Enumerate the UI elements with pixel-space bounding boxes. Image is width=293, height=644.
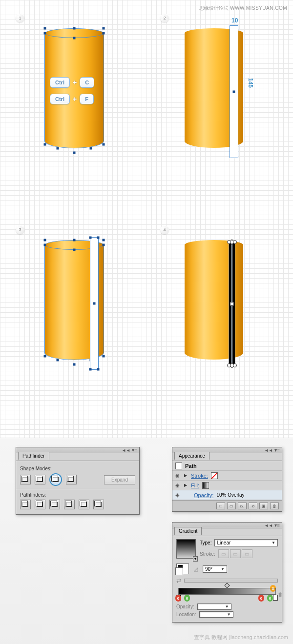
stop-badge-left2: 0 <box>184 595 190 602</box>
angle-icon: ◿ <box>194 566 198 572</box>
disclosure-icon[interactable]: ▶ <box>184 473 188 478</box>
gradient-tab[interactable]: Gradient <box>174 527 202 535</box>
tutorial-canvas: 思缘设计论坛 WWW.MISSYUAN.COM 1 Ctrl+C Ctrl+F … <box>0 0 293 438</box>
appearance-fill-row[interactable]: ◉ ▶ Fill: <box>172 481 282 490</box>
duplicate-button[interactable]: ▣ <box>259 503 268 509</box>
stroke-swatch[interactable] <box>211 472 218 479</box>
stop-badge-right2: 0 <box>267 595 273 602</box>
panel-menu-icon[interactable]: ▾≡ <box>274 523 280 528</box>
preview-menu-icon[interactable]: ▾ <box>193 556 198 562</box>
gradient-strip[interactable] <box>229 242 235 366</box>
dimension-height: 145 <box>247 78 254 88</box>
appearance-stroke-row[interactable]: ◉ ▶ Stroke: <box>172 471 282 481</box>
new-stroke-button[interactable]: ▭ <box>227 503 236 509</box>
panel-menu-icon[interactable]: ▾≡ <box>274 447 280 453</box>
appearance-opacity-row[interactable]: ◉ Opacity: 10% Overlay <box>172 490 282 500</box>
minus-back-button[interactable] <box>93 500 104 509</box>
expand-button[interactable]: Expand <box>104 475 135 484</box>
stop-badge-right: 0 <box>258 595 264 602</box>
stroke-across-button: ▭ <box>242 549 252 558</box>
appearance-panel[interactable]: ◄◄ ▾≡ Appearance Path ◉ ▶ Stroke: ◉ ▶ Fi… <box>172 447 282 512</box>
highlight-strip[interactable] <box>230 25 238 158</box>
reverse-gradient-button[interactable]: ⇄ <box>176 577 181 584</box>
watermark-top: 思缘设计论坛 WWW.MISSYUAN.COM <box>199 5 287 12</box>
gradient-preview[interactable] <box>176 539 196 559</box>
angle-input[interactable]: 90°▼ <box>203 565 227 573</box>
visibility-icon[interactable]: ◉ <box>175 473 181 478</box>
unite-button[interactable] <box>20 475 31 484</box>
delete-stop-button[interactable]: 🗑 <box>278 592 283 597</box>
stop-badge-left: 0 <box>175 595 181 602</box>
appearance-path-row[interactable]: Path <box>172 461 282 471</box>
fill-link[interactable]: Fill: <box>191 483 199 488</box>
thumbnail-swatch <box>175 463 182 469</box>
watermark-bottom: 查字典 教程网 jiaocheng.chazidian.com <box>194 634 288 641</box>
color-stop-right[interactable] <box>273 595 278 601</box>
shortcut-copy: Ctrl+C <box>50 77 94 88</box>
clear-button[interactable]: ⊘ <box>249 503 257 509</box>
opacity-input: ▼ <box>197 604 231 610</box>
highlight-strip-3[interactable] <box>90 237 99 370</box>
step-badge-2: 2 <box>160 14 169 22</box>
location-label: Location: <box>176 612 196 617</box>
shortcut-paste-front: Ctrl+F <box>50 94 94 104</box>
add-effect-button[interactable]: fx. <box>238 503 247 509</box>
fill-stroke-swap[interactable] <box>176 564 189 574</box>
trash-button[interactable]: 🗑 <box>270 503 279 509</box>
visibility-icon[interactable]: ◉ <box>175 492 181 498</box>
type-label: Type: <box>200 540 211 545</box>
stroke-label: Stroke: <box>200 551 215 557</box>
gradient-panel[interactable]: ◄◄ ▾≡ Gradient ▾ Type: Linear▼ <box>172 522 282 623</box>
dimension-width: 10 <box>231 17 238 24</box>
opacity-link[interactable]: Opacity: <box>194 492 213 498</box>
panels-area: ◄◄ ▾≡ Pathfinder Shape Modes: Expand Pat… <box>0 438 293 644</box>
stroke-within-button: ▭ <box>218 549 229 558</box>
step-badge-1: 1 <box>16 14 24 22</box>
appearance-tab[interactable]: Appearance <box>174 452 209 460</box>
step-badge-3: 3 <box>16 225 24 234</box>
aspect-slider <box>184 579 278 583</box>
merge-button[interactable] <box>49 500 60 509</box>
stroke-along-button: ▭ <box>230 549 241 558</box>
outline-button[interactable] <box>79 500 89 509</box>
disclosure-icon[interactable]: ▶ <box>184 483 188 487</box>
pathfinder-panel[interactable]: ◄◄ ▾≡ Pathfinder Shape Modes: Expand Pat… <box>16 447 140 515</box>
pathfinders-label: Pathfinders: <box>20 492 135 498</box>
shape-modes-label: Shape Modes: <box>20 466 135 471</box>
divide-button[interactable] <box>20 500 31 509</box>
intersect-button[interactable] <box>49 473 62 486</box>
step-badge-4: 4 <box>160 225 169 234</box>
visibility-icon[interactable]: ◉ <box>175 483 181 488</box>
trim-button[interactable] <box>35 500 45 509</box>
collapse-icon[interactable]: ◄◄ <box>264 448 273 453</box>
stroke-link[interactable]: Stroke: <box>191 473 208 479</box>
new-fill-button[interactable]: □ <box>216 503 225 509</box>
exclude-button[interactable] <box>66 475 77 484</box>
crop-button[interactable] <box>64 500 75 509</box>
cylinder-step1[interactable] <box>45 28 104 153</box>
minus-front-button[interactable] <box>35 475 45 484</box>
type-dropdown[interactable]: Linear▼ <box>214 539 278 546</box>
location-input: ▼ <box>199 611 233 618</box>
pathfinder-tab[interactable]: Pathfinder <box>18 452 49 460</box>
panel-menu-icon[interactable]: ▾≡ <box>132 447 137 453</box>
opacity-label: Opacity: <box>176 604 194 609</box>
collapse-icon[interactable]: ◄◄ <box>264 523 273 528</box>
fill-swatch[interactable] <box>202 482 209 489</box>
gradient-slider[interactable] <box>178 588 276 595</box>
collapse-icon[interactable]: ◄◄ <box>122 448 130 453</box>
